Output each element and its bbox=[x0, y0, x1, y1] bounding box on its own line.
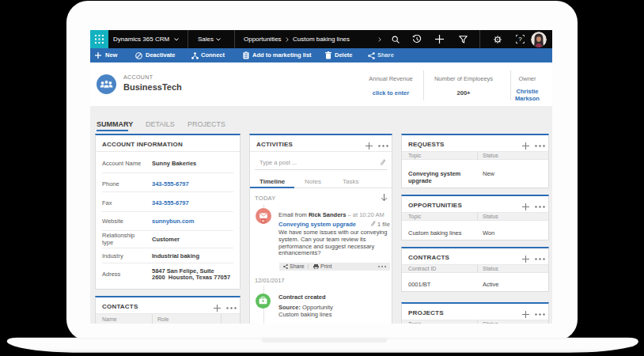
svg-text:?: ? bbox=[518, 36, 522, 43]
